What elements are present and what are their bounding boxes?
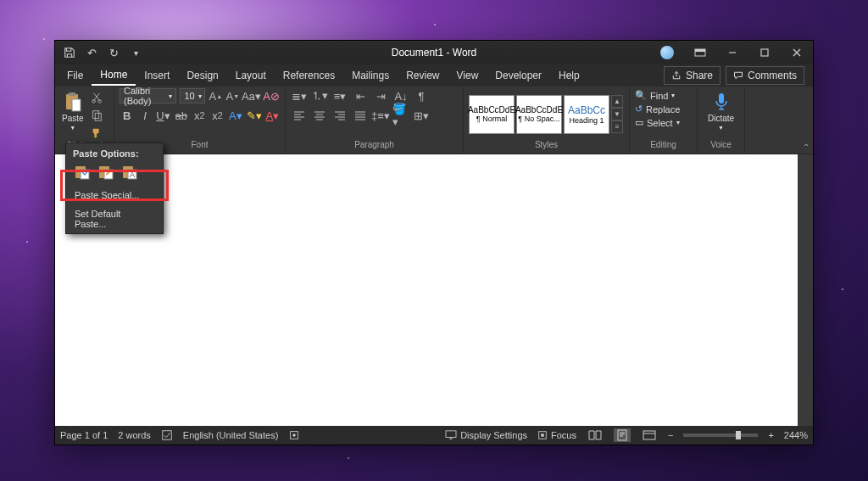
paste-keep-source-formatting[interactable] <box>73 164 92 181</box>
svg-rect-5 <box>69 92 75 96</box>
group-voice: Dictate ▼ Voice <box>698 87 745 154</box>
show-marks-button[interactable]: ¶ <box>413 88 430 103</box>
group-styles: AaBbCcDdE ¶ Normal AaBbCcDdE ¶ No Spac..… <box>464 87 630 154</box>
tab-references[interactable]: References <box>275 66 343 85</box>
qat-customize-button[interactable]: ▾ <box>128 45 143 60</box>
undo-button[interactable]: ↶ <box>84 45 99 60</box>
vertical-scrollbar[interactable] <box>798 154 813 426</box>
strikethrough-button[interactable]: ab <box>174 108 188 123</box>
sort-button[interactable]: A↓ <box>392 88 409 103</box>
styles-scroll-up[interactable]: ▲ <box>611 95 623 108</box>
paste-options-header: Paste Options: <box>66 143 163 160</box>
zoom-level[interactable]: 244% <box>784 430 808 440</box>
paste-text-only[interactable]: A <box>120 164 139 181</box>
align-left-button[interactable] <box>291 108 308 123</box>
tab-insert[interactable]: Insert <box>136 66 178 85</box>
svg-rect-11 <box>719 93 724 103</box>
share-label: Share <box>686 70 713 81</box>
clear-formatting-button[interactable]: A⊘ <box>263 88 280 103</box>
numbering-button[interactable]: ⒈▾ <box>311 88 328 103</box>
font-size-combo[interactable]: 10▾ <box>180 88 205 103</box>
borders-button[interactable]: ⊞▾ <box>413 108 430 123</box>
highlight-button[interactable]: ✎▾ <box>247 108 262 123</box>
format-painter-button[interactable] <box>89 126 104 141</box>
svg-rect-17 <box>541 433 543 436</box>
paste-special-item[interactable]: Paste Special... <box>66 186 163 204</box>
zoom-slider[interactable] <box>683 433 758 437</box>
style-normal[interactable]: AaBbCcDdE ¶ Normal <box>469 95 515 134</box>
justify-button[interactable] <box>352 108 369 123</box>
language-status[interactable]: English (United States) <box>183 430 279 440</box>
tab-review[interactable]: Review <box>398 66 448 85</box>
shading-button[interactable]: 🪣▾ <box>392 108 409 123</box>
underline-button[interactable]: U▾ <box>156 108 170 123</box>
spell-check-status[interactable] <box>161 429 173 441</box>
change-case-button[interactable]: Aa▾ <box>242 88 259 103</box>
align-right-button[interactable] <box>331 108 348 123</box>
redo-button[interactable]: ↻ <box>106 45 121 60</box>
styles-scroll-down[interactable]: ▼ <box>611 108 623 120</box>
text-effects-button[interactable]: A▾ <box>228 108 242 123</box>
paste-merge-formatting[interactable] <box>97 164 115 181</box>
macro-status[interactable] <box>288 429 300 441</box>
superscript-button[interactable]: x2 <box>210 108 225 123</box>
styles-gallery-scroll[interactable]: ▲ ▼ ≡ <box>611 95 623 134</box>
increase-indent-button[interactable]: ⇥ <box>372 88 389 103</box>
svg-rect-18 <box>618 430 626 440</box>
collapse-ribbon-button[interactable]: ⌃ <box>803 143 810 152</box>
tab-file[interactable]: File <box>58 66 92 85</box>
decrease-indent-button[interactable]: ⇤ <box>352 88 369 103</box>
editing-group-label: Editing <box>635 140 692 154</box>
select-button[interactable]: ▭ Select▾ <box>635 117 680 128</box>
web-layout-view[interactable] <box>641 428 658 442</box>
subscript-button[interactable]: x2 <box>192 108 207 123</box>
minimize-button[interactable] <box>716 41 748 64</box>
style-heading-1[interactable]: AaBbCc Heading 1 <box>564 95 609 134</box>
font-color-button[interactable]: A▾ <box>265 108 280 123</box>
styles-expand[interactable]: ≡ <box>611 120 623 133</box>
tab-layout[interactable]: Layout <box>227 66 275 85</box>
tab-developer[interactable]: Developer <box>487 66 550 85</box>
style-no-spacing[interactable]: AaBbCcDdE ¶ No Spac... <box>516 95 562 134</box>
shrink-font-button[interactable]: A▼ <box>225 88 239 103</box>
svg-text:A: A <box>130 171 135 179</box>
tab-view[interactable]: View <box>448 66 487 85</box>
grow-font-button[interactable]: A▲ <box>209 88 222 103</box>
zoom-in-button[interactable]: + <box>768 430 773 440</box>
tab-mailings[interactable]: Mailings <box>343 66 398 85</box>
paste-label: Paste <box>62 114 84 123</box>
account-avatar[interactable] <box>660 46 674 59</box>
word-count-status[interactable]: 2 words <box>118 430 151 440</box>
save-button[interactable] <box>62 45 77 60</box>
font-name-combo[interactable]: Calibri (Body)▾ <box>120 88 176 103</box>
copy-button[interactable] <box>89 108 104 123</box>
print-layout-view[interactable] <box>614 428 631 442</box>
bold-button[interactable]: B <box>120 108 134 123</box>
focus-mode-button[interactable]: Focus <box>537 430 576 440</box>
dictate-button[interactable]: Dictate ▼ <box>706 88 736 134</box>
close-button[interactable] <box>781 41 813 64</box>
ribbon-display-options[interactable] <box>684 41 716 64</box>
comments-button[interactable]: Comments <box>726 66 804 85</box>
document-page[interactable] <box>55 154 798 426</box>
tab-home[interactable]: Home <box>92 65 136 86</box>
styles-group-label: Styles <box>469 140 624 154</box>
tab-help[interactable]: Help <box>550 66 588 85</box>
share-button[interactable]: Share <box>664 66 721 85</box>
display-settings-button[interactable]: Display Settings <box>445 430 527 440</box>
bullets-button[interactable]: ≣▾ <box>291 88 308 103</box>
italic-button[interactable]: I <box>137 108 152 123</box>
page-number-status[interactable]: Page 1 of 1 <box>60 430 108 440</box>
cut-button[interactable] <box>89 90 104 105</box>
line-spacing-button[interactable]: ‡≡▾ <box>372 108 389 123</box>
find-button[interactable]: 🔍 Find▾ <box>635 90 680 101</box>
tab-design[interactable]: Design <box>178 66 226 85</box>
multilevel-button[interactable]: ≡▾ <box>331 88 348 103</box>
maximize-button[interactable] <box>748 41 781 64</box>
paste-button[interactable]: Paste ▼ <box>60 88 86 134</box>
align-center-button[interactable] <box>311 108 328 123</box>
read-mode-view[interactable] <box>587 428 604 442</box>
set-default-paste-item[interactable]: Set Default Paste... <box>66 204 163 233</box>
replace-button[interactable]: ↺ Replace <box>635 103 680 115</box>
zoom-out-button[interactable]: − <box>668 430 673 440</box>
